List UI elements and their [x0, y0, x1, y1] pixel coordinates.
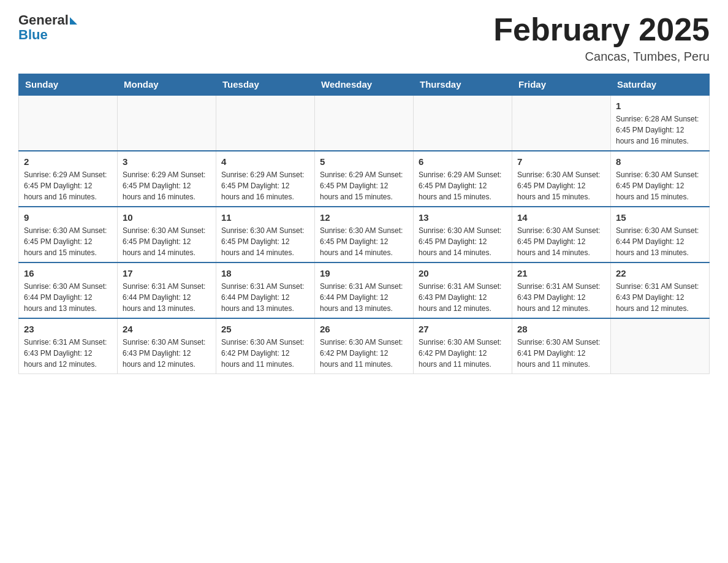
calendar-cell: 10Sunrise: 6:30 AM Sunset: 6:45 PM Dayli…	[118, 207, 216, 262]
calendar-cell: 25Sunrise: 6:30 AM Sunset: 6:42 PM Dayli…	[216, 318, 315, 374]
calendar-cell	[414, 95, 512, 151]
calendar-cell: 19Sunrise: 6:31 AM Sunset: 6:44 PM Dayli…	[315, 262, 414, 318]
calendar-cell: 8Sunrise: 6:30 AM Sunset: 6:45 PM Daylig…	[611, 151, 710, 207]
calendar-cell: 24Sunrise: 6:30 AM Sunset: 6:43 PM Dayli…	[118, 318, 216, 374]
day-info-text: Sunrise: 6:30 AM Sunset: 6:45 PM Dayligh…	[320, 225, 408, 258]
day-info-text: Sunrise: 6:30 AM Sunset: 6:42 PM Dayligh…	[320, 337, 408, 370]
day-number: 15	[616, 211, 704, 224]
calendar-cell: 21Sunrise: 6:31 AM Sunset: 6:43 PM Dayli…	[512, 262, 611, 318]
day-info-text: Sunrise: 6:31 AM Sunset: 6:43 PM Dayligh…	[24, 337, 112, 370]
day-number: 4	[221, 155, 309, 168]
day-header-tuesday: Tuesday	[216, 74, 315, 96]
day-info-text: Sunrise: 6:30 AM Sunset: 6:45 PM Dayligh…	[616, 169, 704, 202]
day-number: 16	[24, 267, 112, 280]
calendar-cell: 12Sunrise: 6:30 AM Sunset: 6:45 PM Dayli…	[315, 207, 414, 262]
day-number: 21	[517, 267, 605, 280]
day-info-text: Sunrise: 6:30 AM Sunset: 6:44 PM Dayligh…	[24, 281, 112, 314]
day-number: 9	[24, 211, 112, 224]
calendar-cell: 2Sunrise: 6:29 AM Sunset: 6:45 PM Daylig…	[19, 151, 118, 207]
day-number: 19	[320, 267, 408, 280]
calendar-cell: 28Sunrise: 6:30 AM Sunset: 6:41 PM Dayli…	[512, 318, 611, 374]
page-header: General Blue February 2025 Cancas, Tumbe…	[18, 12, 710, 64]
calendar-cell: 27Sunrise: 6:30 AM Sunset: 6:42 PM Dayli…	[414, 318, 512, 374]
day-number: 12	[320, 211, 408, 224]
calendar-cell: 22Sunrise: 6:31 AM Sunset: 6:43 PM Dayli…	[611, 262, 710, 318]
month-title: February 2025	[493, 12, 710, 47]
day-header-sunday: Sunday	[19, 74, 118, 96]
calendar-cell	[118, 95, 216, 151]
calendar-cell: 13Sunrise: 6:30 AM Sunset: 6:45 PM Dayli…	[414, 207, 512, 262]
day-number: 26	[320, 323, 408, 335]
calendar-cell: 1Sunrise: 6:28 AM Sunset: 6:45 PM Daylig…	[611, 95, 710, 151]
calendar-cell: 5Sunrise: 6:29 AM Sunset: 6:45 PM Daylig…	[315, 151, 414, 207]
day-info-text: Sunrise: 6:29 AM Sunset: 6:45 PM Dayligh…	[320, 169, 408, 202]
day-info-text: Sunrise: 6:31 AM Sunset: 6:43 PM Dayligh…	[616, 281, 704, 314]
day-info-text: Sunrise: 6:31 AM Sunset: 6:44 PM Dayligh…	[221, 281, 309, 314]
day-info-text: Sunrise: 6:30 AM Sunset: 6:44 PM Dayligh…	[616, 225, 704, 258]
calendar-cell: 20Sunrise: 6:31 AM Sunset: 6:43 PM Dayli…	[414, 262, 512, 318]
day-number: 5	[320, 155, 408, 168]
logo-arrow-icon	[70, 17, 77, 25]
day-number: 10	[123, 211, 211, 224]
calendar-cell: 23Sunrise: 6:31 AM Sunset: 6:43 PM Dayli…	[19, 318, 118, 374]
day-info-text: Sunrise: 6:29 AM Sunset: 6:45 PM Dayligh…	[221, 169, 309, 202]
calendar-cell	[19, 95, 118, 151]
day-number: 2	[24, 155, 112, 168]
calendar-header-row: SundayMondayTuesdayWednesdayThursdayFrid…	[19, 74, 710, 96]
day-info-text: Sunrise: 6:31 AM Sunset: 6:43 PM Dayligh…	[419, 281, 507, 314]
calendar-cell	[512, 95, 611, 151]
day-info-text: Sunrise: 6:29 AM Sunset: 6:45 PM Dayligh…	[24, 169, 112, 202]
calendar-week-row: 16Sunrise: 6:30 AM Sunset: 6:44 PM Dayli…	[19, 262, 710, 318]
calendar-week-row: 9Sunrise: 6:30 AM Sunset: 6:45 PM Daylig…	[19, 207, 710, 262]
calendar-cell: 3Sunrise: 6:29 AM Sunset: 6:45 PM Daylig…	[118, 151, 216, 207]
calendar-week-row: 1Sunrise: 6:28 AM Sunset: 6:45 PM Daylig…	[19, 95, 710, 151]
logo-general-text: General	[18, 12, 69, 28]
logo: General Blue	[18, 12, 77, 43]
day-header-wednesday: Wednesday	[315, 74, 414, 96]
day-number: 23	[24, 323, 112, 335]
calendar-cell: 17Sunrise: 6:31 AM Sunset: 6:44 PM Dayli…	[118, 262, 216, 318]
calendar-cell	[216, 95, 315, 151]
day-number: 27	[419, 323, 507, 335]
calendar-cell: 11Sunrise: 6:30 AM Sunset: 6:45 PM Dayli…	[216, 207, 315, 262]
day-number: 3	[123, 155, 211, 168]
day-header-friday: Friday	[512, 74, 611, 96]
day-info-text: Sunrise: 6:28 AM Sunset: 6:45 PM Dayligh…	[616, 113, 704, 147]
calendar-week-row: 23Sunrise: 6:31 AM Sunset: 6:43 PM Dayli…	[19, 318, 710, 374]
day-number: 22	[616, 267, 704, 280]
day-info-text: Sunrise: 6:31 AM Sunset: 6:44 PM Dayligh…	[320, 281, 408, 314]
day-info-text: Sunrise: 6:30 AM Sunset: 6:45 PM Dayligh…	[419, 225, 507, 258]
day-info-text: Sunrise: 6:31 AM Sunset: 6:43 PM Dayligh…	[517, 281, 605, 314]
day-info-text: Sunrise: 6:31 AM Sunset: 6:44 PM Dayligh…	[123, 281, 211, 314]
calendar-cell: 4Sunrise: 6:29 AM Sunset: 6:45 PM Daylig…	[216, 151, 315, 207]
day-number: 11	[221, 211, 309, 224]
day-number: 7	[517, 155, 605, 168]
day-info-text: Sunrise: 6:30 AM Sunset: 6:45 PM Dayligh…	[221, 225, 309, 258]
day-number: 13	[419, 211, 507, 224]
day-number: 14	[517, 211, 605, 224]
calendar-cell: 18Sunrise: 6:31 AM Sunset: 6:44 PM Dayli…	[216, 262, 315, 318]
day-number: 6	[419, 155, 507, 168]
day-info-text: Sunrise: 6:30 AM Sunset: 6:45 PM Dayligh…	[517, 225, 605, 258]
calendar-week-row: 2Sunrise: 6:29 AM Sunset: 6:45 PM Daylig…	[19, 151, 710, 207]
day-info-text: Sunrise: 6:30 AM Sunset: 6:42 PM Dayligh…	[221, 337, 309, 370]
calendar-cell: 7Sunrise: 6:30 AM Sunset: 6:45 PM Daylig…	[512, 151, 611, 207]
day-number: 20	[419, 267, 507, 280]
calendar-cell: 26Sunrise: 6:30 AM Sunset: 6:42 PM Dayli…	[315, 318, 414, 374]
day-number: 18	[221, 267, 309, 280]
day-number: 8	[616, 155, 704, 168]
calendar-cell: 6Sunrise: 6:29 AM Sunset: 6:45 PM Daylig…	[414, 151, 512, 207]
calendar-cell: 15Sunrise: 6:30 AM Sunset: 6:44 PM Dayli…	[611, 207, 710, 262]
calendar-cell: 16Sunrise: 6:30 AM Sunset: 6:44 PM Dayli…	[19, 262, 118, 318]
day-info-text: Sunrise: 6:29 AM Sunset: 6:45 PM Dayligh…	[419, 169, 507, 202]
day-info-text: Sunrise: 6:30 AM Sunset: 6:45 PM Dayligh…	[517, 169, 605, 202]
day-info-text: Sunrise: 6:30 AM Sunset: 6:41 PM Dayligh…	[517, 337, 605, 370]
day-header-saturday: Saturday	[611, 74, 710, 96]
day-number: 28	[517, 323, 605, 335]
calendar-cell: 14Sunrise: 6:30 AM Sunset: 6:45 PM Dayli…	[512, 207, 611, 262]
calendar-cell	[611, 318, 710, 374]
day-number: 1	[616, 99, 704, 112]
day-number: 24	[123, 323, 211, 335]
calendar-cell: 9Sunrise: 6:30 AM Sunset: 6:45 PM Daylig…	[19, 207, 118, 262]
day-info-text: Sunrise: 6:30 AM Sunset: 6:45 PM Dayligh…	[123, 225, 211, 258]
